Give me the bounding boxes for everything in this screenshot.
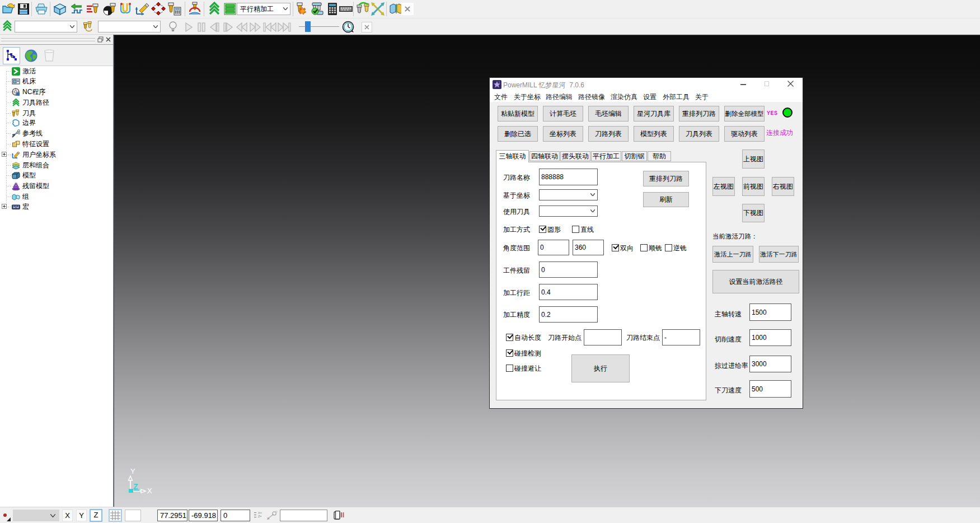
svg-text:X: X <box>147 487 152 495</box>
svg-text:Z: Z <box>133 482 138 491</box>
svg-text:Z=: Z= <box>258 515 262 518</box>
svg-text:Y: Y <box>130 467 135 475</box>
